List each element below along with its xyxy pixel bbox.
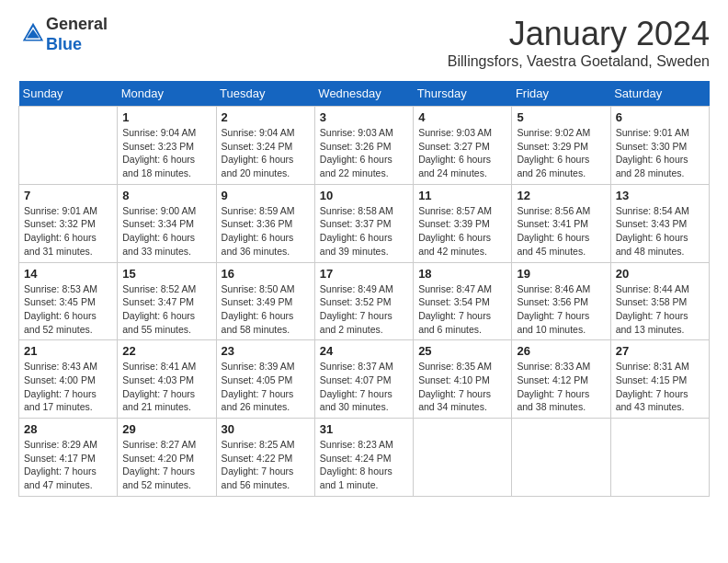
day-info: Sunrise: 8:47 AMSunset: 3:54 PMDaylight:… [418,282,506,337]
day-number: 24 [320,344,408,358]
week-row-2: 7Sunrise: 9:01 AMSunset: 3:32 PMDaylight… [19,184,710,262]
calendar-cell: 12Sunrise: 8:56 AMSunset: 3:41 PMDayligh… [512,184,610,262]
calendar-cell: 29Sunrise: 8:27 AMSunset: 4:20 PMDayligh… [118,419,216,497]
calendar-cell: 27Sunrise: 8:31 AMSunset: 4:15 PMDayligh… [610,340,709,419]
day-number: 25 [418,344,506,358]
day-header-wednesday: Wednesday [314,81,413,107]
calendar-cell: 7Sunrise: 9:01 AMSunset: 3:32 PMDaylight… [19,184,118,262]
calendar-body: 1Sunrise: 9:04 AMSunset: 3:23 PMDaylight… [19,107,710,497]
day-number: 12 [517,189,605,202]
day-number: 15 [122,267,210,281]
calendar-cell: 5Sunrise: 9:02 AMSunset: 3:29 PMDaylight… [512,107,610,185]
calendar-cell: 6Sunrise: 9:01 AMSunset: 3:30 PMDaylight… [610,107,709,185]
day-info: Sunrise: 8:29 AMSunset: 4:17 PMDaylight:… [24,438,112,492]
calendar-cell: 15Sunrise: 8:52 AMSunset: 3:47 PMDayligh… [118,262,216,340]
calendar-cell: 10Sunrise: 8:58 AMSunset: 3:37 PMDayligh… [314,184,413,262]
calendar-cell: 20Sunrise: 8:44 AMSunset: 3:58 PMDayligh… [610,262,709,340]
day-number: 7 [24,189,112,202]
title-block: January 2024 Billingsfors, Vaestra Goeta… [448,15,710,70]
calendar-cell: 17Sunrise: 8:49 AMSunset: 3:52 PMDayligh… [314,262,413,340]
day-number: 11 [418,189,506,202]
day-info: Sunrise: 8:46 AMSunset: 3:56 PMDaylight:… [517,282,605,337]
calendar-cell: 3Sunrise: 9:03 AMSunset: 3:26 PMDaylight… [314,107,413,185]
day-info: Sunrise: 8:53 AMSunset: 3:45 PMDaylight:… [24,282,112,337]
calendar-cell: 31Sunrise: 8:23 AMSunset: 4:24 PMDayligh… [314,419,413,497]
week-row-3: 14Sunrise: 8:53 AMSunset: 3:45 PMDayligh… [19,262,710,340]
day-number: 26 [517,344,605,358]
day-info: Sunrise: 8:25 AMSunset: 4:22 PMDaylight:… [222,438,310,492]
week-row-1: 1Sunrise: 9:04 AMSunset: 3:23 PMDaylight… [19,107,710,185]
month-title: January 2024 [448,15,710,53]
calendar-header: SundayMondayTuesdayWednesdayThursdayFrid… [19,81,710,107]
day-header-tuesday: Tuesday [216,81,314,107]
week-row-4: 21Sunrise: 8:43 AMSunset: 4:00 PMDayligh… [19,340,710,419]
day-info: Sunrise: 8:39 AMSunset: 4:05 PMDaylight:… [222,360,310,414]
day-number: 19 [517,267,605,281]
day-info: Sunrise: 9:02 AMSunset: 3:29 PMDaylight:… [517,126,605,180]
calendar-cell: 16Sunrise: 8:50 AMSunset: 3:49 PMDayligh… [216,262,314,340]
day-number: 6 [616,110,704,124]
day-info: Sunrise: 8:27 AMSunset: 4:20 PMDaylight:… [122,438,210,492]
day-info: Sunrise: 8:49 AMSunset: 3:52 PMDaylight:… [320,282,408,337]
calendar-cell: 13Sunrise: 8:54 AMSunset: 3:43 PMDayligh… [610,184,709,262]
day-number: 9 [222,189,310,202]
day-info: Sunrise: 9:03 AMSunset: 3:27 PMDaylight:… [418,126,506,180]
calendar-cell [512,419,610,497]
day-header-sunday: Sunday [19,81,118,107]
day-info: Sunrise: 9:01 AMSunset: 3:30 PMDaylight:… [616,126,704,180]
day-number: 5 [517,110,605,124]
day-number: 4 [418,110,506,124]
day-info: Sunrise: 9:04 AMSunset: 3:24 PMDaylight:… [222,126,310,180]
day-info: Sunrise: 9:01 AMSunset: 3:32 PMDaylight:… [24,204,112,259]
calendar-cell: 30Sunrise: 8:25 AMSunset: 4:22 PMDayligh… [216,419,314,497]
calendar-cell: 26Sunrise: 8:33 AMSunset: 4:12 PMDayligh… [512,340,610,419]
day-number: 2 [222,110,310,124]
day-number: 20 [616,267,704,281]
day-info: Sunrise: 8:57 AMSunset: 3:39 PMDaylight:… [418,204,506,259]
day-number: 27 [616,344,704,358]
day-number: 22 [122,344,210,358]
calendar-cell: 11Sunrise: 8:57 AMSunset: 3:39 PMDayligh… [414,184,512,262]
calendar-cell: 4Sunrise: 9:03 AMSunset: 3:27 PMDaylight… [414,107,512,185]
calendar-cell: 1Sunrise: 9:04 AMSunset: 3:23 PMDaylight… [118,107,216,185]
calendar-cell: 24Sunrise: 8:37 AMSunset: 4:07 PMDayligh… [314,340,413,419]
day-info: Sunrise: 8:37 AMSunset: 4:07 PMDaylight:… [320,360,408,414]
day-info: Sunrise: 8:56 AMSunset: 3:41 PMDaylight:… [517,204,605,259]
day-info: Sunrise: 8:58 AMSunset: 3:37 PMDaylight:… [320,204,408,259]
day-info: Sunrise: 9:03 AMSunset: 3:26 PMDaylight:… [320,126,408,180]
day-info: Sunrise: 8:50 AMSunset: 3:49 PMDaylight:… [222,282,310,337]
day-number: 13 [616,189,704,202]
calendar-cell: 2Sunrise: 9:04 AMSunset: 3:24 PMDaylight… [216,107,314,185]
day-number: 16 [222,267,310,281]
day-number: 29 [122,422,210,436]
week-row-5: 28Sunrise: 8:29 AMSunset: 4:17 PMDayligh… [19,419,710,497]
day-number: 21 [24,344,112,358]
day-info: Sunrise: 8:41 AMSunset: 4:03 PMDaylight:… [122,360,210,414]
day-number: 14 [24,267,112,281]
day-number: 17 [320,267,408,281]
day-number: 3 [320,110,408,124]
day-info: Sunrise: 8:23 AMSunset: 4:24 PMDaylight:… [320,438,408,492]
calendar: SundayMondayTuesdayWednesdayThursdayFrid… [18,81,710,497]
day-number: 18 [418,267,506,281]
logo-text: General Blue [46,15,108,54]
calendar-cell: 14Sunrise: 8:53 AMSunset: 3:45 PMDayligh… [19,262,118,340]
calendar-cell: 25Sunrise: 8:35 AMSunset: 4:10 PMDayligh… [414,340,512,419]
day-number: 31 [320,422,408,436]
day-info: Sunrise: 8:43 AMSunset: 4:00 PMDaylight:… [24,360,112,414]
day-number: 10 [320,189,408,202]
calendar-cell [414,419,512,497]
day-info: Sunrise: 8:31 AMSunset: 4:15 PMDaylight:… [616,360,704,414]
day-info: Sunrise: 9:04 AMSunset: 3:23 PMDaylight:… [122,126,210,180]
calendar-cell: 19Sunrise: 8:46 AMSunset: 3:56 PMDayligh… [512,262,610,340]
day-info: Sunrise: 8:52 AMSunset: 3:47 PMDaylight:… [122,282,210,337]
day-info: Sunrise: 8:54 AMSunset: 3:43 PMDaylight:… [616,204,704,259]
calendar-cell: 9Sunrise: 8:59 AMSunset: 3:36 PMDaylight… [216,184,314,262]
calendar-cell: 23Sunrise: 8:39 AMSunset: 4:05 PMDayligh… [216,340,314,419]
header: General Blue January 2024 Billingsfors, … [18,15,710,70]
day-number: 23 [222,344,310,358]
day-number: 1 [122,110,210,124]
day-info: Sunrise: 8:59 AMSunset: 3:36 PMDaylight:… [222,204,310,259]
day-number: 30 [222,422,310,436]
calendar-cell [19,107,118,185]
